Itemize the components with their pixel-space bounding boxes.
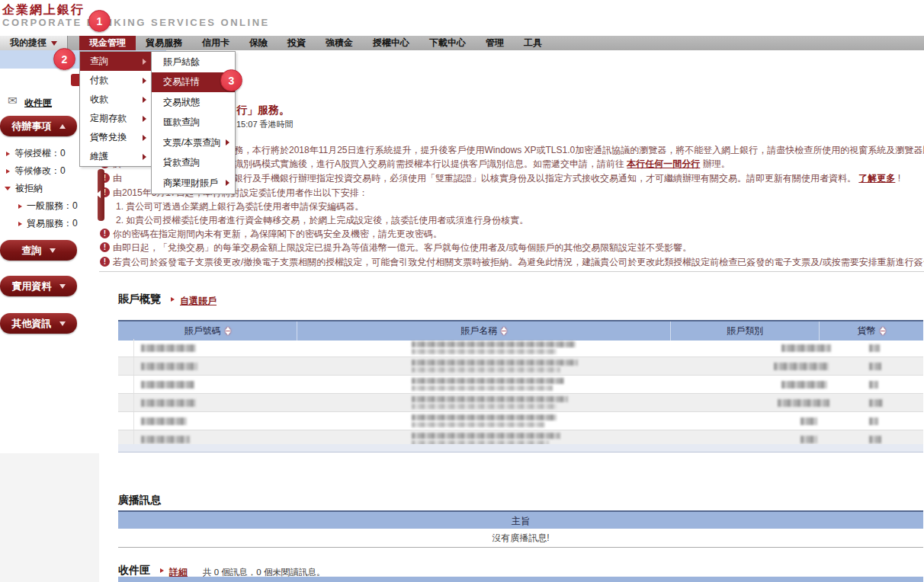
arrow-right-icon	[18, 222, 22, 226]
redacted-account-name	[412, 433, 560, 439]
redacted-account-number	[141, 417, 187, 425]
menu-label: 匯款查詢	[163, 116, 200, 129]
submenu-item-loan-enquiry[interactable]: 貸款查詢	[152, 153, 235, 174]
item-pending-modify[interactable]: 等候修改：0	[6, 165, 66, 177]
menu-item-payment[interactable]: 付款	[80, 71, 152, 90]
sidebar-collapse-handle[interactable]	[98, 169, 104, 221]
menu-label: 交易狀態	[163, 96, 200, 109]
tab-tools[interactable]: 工具	[514, 36, 552, 50]
column-label: 主旨	[512, 515, 530, 528]
redacted-account-number	[141, 436, 190, 443]
menu-item-enquiry[interactable]: 查詢	[80, 52, 152, 71]
alert-icon: !	[100, 229, 110, 238]
redacted-account-name	[412, 349, 557, 354]
submenu-item-remittance-enquiry[interactable]: 匯款查詢	[152, 113, 235, 133]
todo-header-button[interactable]: 待辦事項	[0, 116, 77, 136]
submenu-item-account-balance[interactable]: 賬戶結餘	[152, 52, 235, 72]
useful-info-button[interactable]: 實用資料	[0, 276, 77, 296]
my-shortcuts-tab[interactable]: 我的捷徑	[0, 36, 68, 50]
notice-text: 識別碼模式實施後，進行A股買入交易前需授權本行以提供客戶識別信息。如需遞交申請，…	[234, 158, 624, 169]
menu-label: 交易詳情	[163, 75, 200, 88]
notice-echeque: 若貴公司於簽發電子支票後更改/撤換電子支票相關的授權設定，可能會引致兌付相關支票…	[113, 256, 924, 269]
submenu-arrow-icon	[226, 139, 229, 146]
table-row[interactable]	[118, 412, 923, 430]
chevron-up-icon	[59, 124, 66, 129]
table-row[interactable]	[118, 357, 923, 376]
tab-download-centre[interactable]: 下載中心	[419, 36, 476, 50]
sidebar-inbox-link[interactable]: 收件匣	[24, 97, 52, 110]
branch-link[interactable]: 本行任何一間分行	[627, 158, 700, 169]
column-subject: 主旨	[118, 512, 923, 530]
tab-management[interactable]: 管理	[476, 36, 514, 50]
sort-icon[interactable]	[880, 327, 886, 335]
tab-mpf[interactable]: 強積金	[316, 36, 363, 50]
tab-authorisation-centre[interactable]: 授權中心	[363, 36, 419, 50]
notice-a-share: 識別碼模式實施後，進行A股買入交易前需授權本行以提供客戶識別信息。如需遞交申請，…	[234, 158, 730, 171]
tab-investment[interactable]: 投資	[278, 36, 316, 50]
button-label: 其他資訊	[12, 317, 52, 331]
item-label: 被拒納	[15, 182, 43, 195]
broadcast-title: 廣播訊息	[118, 494, 161, 507]
arrow-right-icon	[171, 297, 175, 302]
menu-item-maintenance[interactable]: 維護	[80, 147, 152, 166]
table-row[interactable]	[118, 339, 923, 357]
section-divider	[99, 271, 924, 272]
my-accounts-link[interactable]: 自選賬戶	[180, 295, 217, 308]
sort-icon[interactable]	[225, 327, 231, 335]
redacted-account-number	[141, 399, 196, 407]
account-table-body	[118, 339, 923, 449]
item-pending-authorise[interactable]: 等候授權：0	[6, 147, 66, 160]
learn-more-link[interactable]: 了解更多	[858, 173, 895, 184]
item-label: 貿易服務：0	[27, 217, 78, 230]
other-info-button[interactable]: 其他資訊	[0, 313, 77, 334]
item-label: 等候授權：0	[14, 147, 66, 160]
account-table-footer	[118, 444, 923, 452]
redacted-account-number	[141, 381, 194, 389]
menu-item-currency-exchange[interactable]: 貨幣兌換	[80, 128, 152, 147]
sort-icon[interactable]	[501, 327, 507, 335]
tab-insurance[interactable]: 保險	[239, 36, 278, 50]
tab-credit-card[interactable]: 信用卡	[192, 36, 239, 50]
column-label: 賬戶號碼	[184, 325, 221, 337]
column-currency: 貨幣	[819, 321, 923, 341]
arrow-right-icon	[6, 152, 10, 156]
item-trade-services[interactable]: 貿易服務：0	[18, 217, 78, 230]
column-account-type: 賬戶類別	[670, 321, 819, 341]
submenu-item-cheque-cashier-order-enquiry[interactable]: 支票/本票查詢	[152, 133, 235, 153]
nav-tabs: 現金管理 貿易服務 信用卡 保險 投資 強積金 授權中心 下載中心 管理 工具	[79, 36, 552, 50]
arrow-down-icon	[5, 187, 11, 190]
enquiry-button[interactable]: 查詢	[0, 240, 77, 261]
notice-delegated-users-item1: 1. 貴公司可透過企業網上銀行為委託使用者申請保安編碼器。	[116, 200, 364, 213]
step-3-badge: 3	[220, 69, 242, 91]
item-general-services[interactable]: 一般服務：0	[18, 200, 78, 213]
submenu-arrow-icon	[226, 180, 229, 186]
table-row[interactable]	[118, 394, 923, 412]
button-label: 查詢	[22, 244, 42, 257]
submenu-item-business-integrated-account[interactable]: 商業理財賬戶	[152, 173, 235, 193]
row-gutter	[118, 357, 134, 375]
menu-label: 商業理財賬戶	[163, 177, 218, 190]
table-row[interactable]	[118, 376, 923, 394]
submenu-arrow-icon	[143, 97, 146, 103]
redacted-account-name	[412, 414, 557, 421]
redacted-account-name	[412, 378, 564, 384]
tab-trade-services[interactable]: 貿易服務	[136, 36, 192, 50]
menu-label: 收款	[90, 93, 108, 106]
menu-item-collection[interactable]: 收款	[80, 90, 152, 109]
tab-cash-management[interactable]: 現金管理	[79, 36, 136, 50]
row-gutter	[118, 412, 134, 430]
submenu-item-transaction-status[interactable]: 交易狀態	[152, 92, 235, 113]
column-label: 貨幣	[858, 325, 876, 337]
item-rejected[interactable]: 被拒納	[5, 182, 43, 195]
menu-item-time-deposit[interactable]: 定期存款	[80, 109, 152, 128]
column-account-number: 賬戶號碼	[118, 321, 297, 341]
notice-2fa: 銀行及手機銀行辦理指定投資交易時，必須使用「雙重認證」以核實身份及以指定方式接收…	[234, 172, 900, 185]
account-table-header: 賬戶號碼 賬戶名稱 賬戶類別 貨幣	[118, 320, 923, 341]
alert-icon: !	[100, 257, 110, 267]
notice-text: 辦理。	[703, 158, 730, 169]
button-label: 實用資料	[12, 280, 52, 293]
row-gutter	[118, 394, 134, 411]
notice-text: 銀行及手機銀行辦理指定投資交易時，必須使用「雙重認證」以核實身份及以指定方式接收…	[234, 173, 856, 184]
submenu-arrow-icon	[143, 154, 146, 160]
redacted-account-type	[781, 344, 831, 352]
